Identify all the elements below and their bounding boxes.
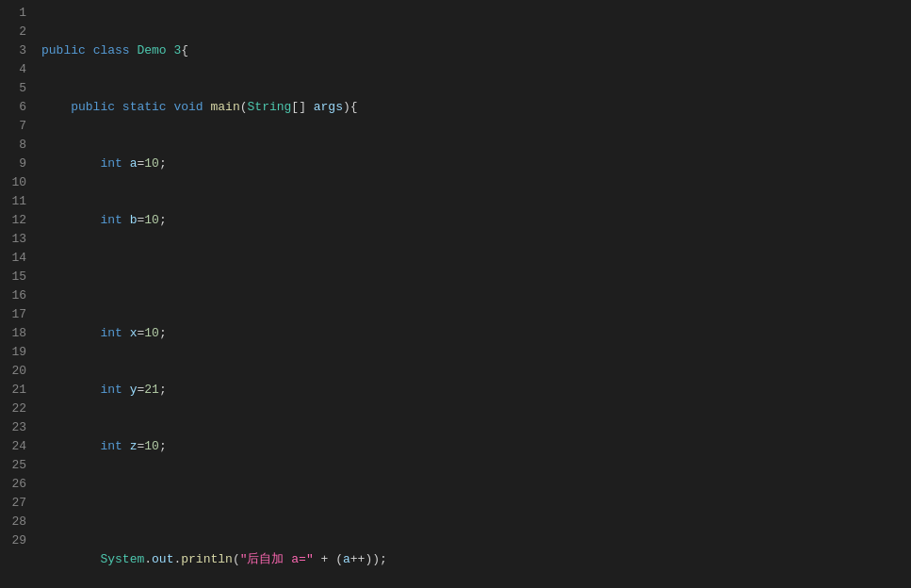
ln-28: 28 bbox=[8, 513, 26, 531]
ln-22: 22 bbox=[8, 400, 26, 418]
ln-3: 3 bbox=[8, 41, 26, 60]
ln-2: 2 bbox=[8, 23, 26, 41]
code-line-6: int x=10; bbox=[41, 324, 903, 343]
code-editor: 1 2 3 4 5 6 7 8 9 10 11 12 13 14 15 16 1… bbox=[0, 0, 911, 588]
ln-29: 29 bbox=[8, 531, 26, 550]
code-line-8: int z=10; bbox=[41, 437, 903, 456]
code-line-1: public class Demo 3{ bbox=[41, 41, 903, 60]
ln-4: 4 bbox=[8, 60, 26, 79]
ln-7: 7 bbox=[8, 117, 26, 136]
code-line-9 bbox=[41, 494, 903, 513]
ln-9: 9 bbox=[8, 155, 26, 173]
ln-23: 23 bbox=[8, 418, 26, 437]
code-text[interactable]: public class Demo 3{ public static void … bbox=[34, 4, 911, 588]
ln-8: 8 bbox=[8, 136, 26, 155]
code-line-3: int a=10; bbox=[41, 155, 903, 173]
ln-1: 1 bbox=[8, 4, 26, 23]
ln-15: 15 bbox=[8, 268, 26, 286]
ln-13: 13 bbox=[8, 230, 26, 249]
ln-25: 25 bbox=[8, 456, 26, 475]
ln-12: 12 bbox=[8, 211, 26, 230]
ln-18: 18 bbox=[8, 324, 26, 343]
code-line-4: int b=10; bbox=[41, 211, 903, 230]
ln-20: 20 bbox=[8, 362, 26, 381]
ln-5: 5 bbox=[8, 79, 26, 98]
ln-27: 27 bbox=[8, 494, 26, 513]
code-line-10: System.out.println("后自加 a=" + (a++)); bbox=[41, 550, 903, 569]
ln-11: 11 bbox=[8, 192, 26, 211]
ln-21: 21 bbox=[8, 381, 26, 400]
ln-16: 16 bbox=[8, 286, 26, 305]
line-numbers: 1 2 3 4 5 6 7 8 9 10 11 12 13 14 15 16 1… bbox=[0, 4, 34, 588]
ln-24: 24 bbox=[8, 437, 26, 456]
ln-19: 19 bbox=[8, 343, 26, 362]
code-line-5 bbox=[41, 268, 903, 286]
code-line-7: int y=21; bbox=[41, 381, 903, 400]
ln-17: 17 bbox=[8, 305, 26, 324]
ln-10: 10 bbox=[8, 173, 26, 192]
ln-14: 14 bbox=[8, 249, 26, 268]
code-line-2: public static void main(String[] args){ bbox=[41, 98, 903, 117]
ln-26: 26 bbox=[8, 475, 26, 494]
ln-6: 6 bbox=[8, 98, 26, 117]
